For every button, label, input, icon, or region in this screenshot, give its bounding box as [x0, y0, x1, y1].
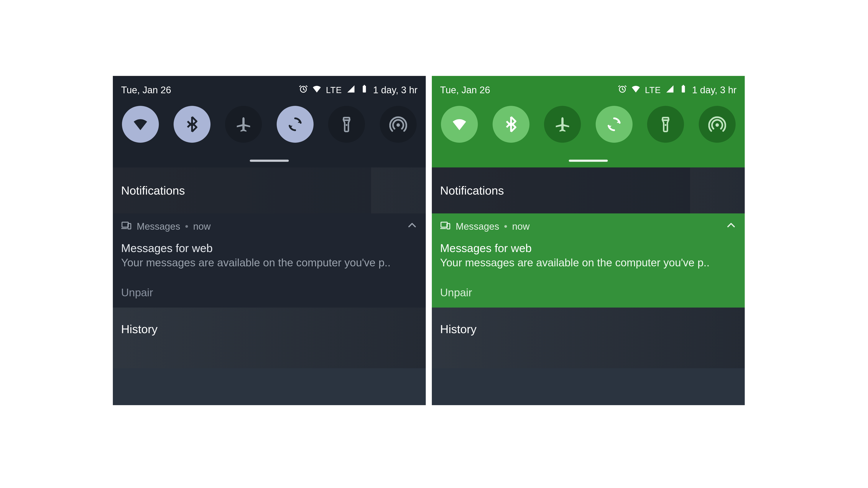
notifications-section: Notifications — [113, 167, 426, 214]
notification-time: now — [193, 221, 211, 232]
quick-settings: Tue, Jan 26 LTE 1 day, 3 hr — [113, 76, 426, 167]
signal-icon — [346, 84, 356, 96]
qs-tile-hotspot[interactable] — [699, 106, 736, 143]
quick-settings: Tue, Jan 26 LTE 1 day, 3 hr — [432, 76, 745, 167]
notification-shade-dark: Tue, Jan 26 LTE 1 day, 3 hr — [113, 76, 426, 405]
alarm-icon — [299, 84, 308, 96]
qs-tile-wifi[interactable] — [441, 106, 478, 143]
status-bar: Tue, Jan 26 LTE 1 day, 3 hr — [440, 84, 737, 96]
signal-icon — [665, 84, 675, 96]
qs-tile-airplane[interactable] — [544, 106, 581, 143]
notification-time: now — [512, 221, 530, 232]
notification-app: Messages — [137, 221, 180, 232]
network-label: LTE — [326, 85, 342, 95]
wifi-status-icon — [631, 84, 641, 96]
history-header: History — [113, 307, 426, 345]
notification-shade-green: Tue, Jan 26 LTE 1 day, 3 hr — [432, 76, 745, 405]
qs-expand-handle[interactable] — [250, 160, 289, 162]
qs-expand-handle[interactable] — [569, 160, 608, 162]
collapse-button[interactable] — [726, 220, 737, 233]
battery-icon — [360, 84, 369, 96]
notifications-section: Notifications — [432, 167, 745, 214]
history-section[interactable]: History — [113, 307, 426, 368]
notification-app: Messages — [456, 221, 499, 232]
wifi-status-icon — [312, 84, 321, 96]
status-date: Tue, Jan 26 — [121, 85, 171, 95]
notification-title: Messages for web — [121, 241, 417, 255]
status-date: Tue, Jan 26 — [440, 85, 490, 95]
devices-icon — [440, 220, 451, 233]
notification-title: Messages for web — [440, 241, 737, 255]
qs-tile-wifi[interactable] — [122, 106, 159, 143]
collapse-button[interactable] — [407, 220, 417, 233]
qs-tile-airplane[interactable] — [225, 106, 262, 143]
notification-card[interactable]: Messages • now Messages for web Your mes… — [113, 214, 426, 307]
network-label: LTE — [645, 85, 661, 95]
unpair-button[interactable]: Unpair — [121, 286, 417, 299]
qs-tile-auto-rotate[interactable] — [277, 106, 314, 143]
qs-tile-flashlight[interactable] — [647, 106, 684, 143]
battery-text: 1 day, 3 hr — [692, 85, 737, 95]
devices-icon — [121, 220, 132, 233]
history-header: History — [432, 307, 745, 345]
notification-card[interactable]: Messages • now Messages for web Your mes… — [432, 214, 745, 307]
notification-body: Your messages are available on the compu… — [440, 256, 737, 269]
qs-tiles — [440, 106, 737, 143]
battery-icon — [679, 84, 688, 96]
battery-text: 1 day, 3 hr — [373, 85, 417, 95]
alarm-icon — [618, 84, 627, 96]
notification-body: Your messages are available on the compu… — [121, 256, 417, 269]
qs-tile-auto-rotate[interactable] — [596, 106, 632, 143]
notifications-header: Notifications — [432, 167, 690, 214]
separator-dot: • — [504, 221, 507, 232]
status-bar: Tue, Jan 26 LTE 1 day, 3 hr — [121, 84, 417, 96]
qs-tile-bluetooth[interactable] — [174, 106, 211, 143]
qs-tile-flashlight[interactable] — [328, 106, 365, 143]
qs-tile-hotspot[interactable] — [380, 106, 416, 143]
notifications-header: Notifications — [113, 167, 371, 214]
history-section[interactable]: History — [432, 307, 745, 368]
qs-tile-bluetooth[interactable] — [493, 106, 529, 143]
separator-dot: • — [185, 221, 188, 232]
unpair-button[interactable]: Unpair — [440, 286, 737, 299]
qs-tiles — [121, 106, 417, 143]
